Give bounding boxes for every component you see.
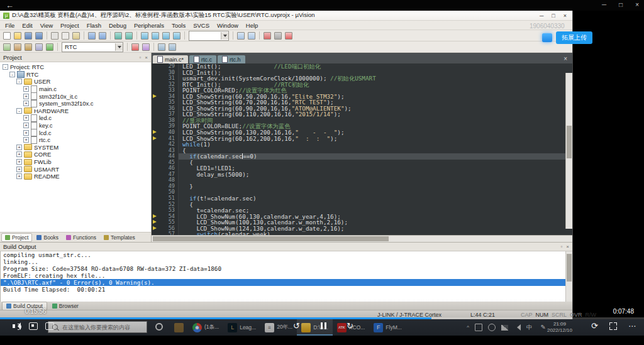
panel-tab-project[interactable]: Project [1, 233, 32, 242]
build-output-line[interactable]: linking... [1, 258, 572, 265]
flag2-button[interactable] [130, 42, 140, 52]
menu-tools[interactable]: Tools [168, 22, 189, 29]
taskbar-app-briefcase[interactable] [170, 319, 188, 336]
opts-button[interactable] [273, 31, 283, 40]
screenshot-icon[interactable] [45, 322, 54, 330]
translate-button[interactable] [2, 42, 12, 52]
volume-icon[interactable] [13, 322, 21, 330]
navfwd-button[interactable] [124, 31, 134, 40]
code-line[interactable]: 42while(1) [152, 141, 566, 148]
win1-button[interactable] [157, 42, 167, 52]
panel-tab-templates[interactable]: Templates [101, 234, 138, 241]
menu-svcs[interactable]: SVCS [189, 22, 213, 29]
network-icon[interactable] [501, 325, 508, 331]
taskbar-app-flymcu[interactable]: FFlyM... [369, 319, 406, 336]
scrollbar-thumb[interactable] [567, 126, 572, 158]
tree-item-rtc-c[interactable]: +rtc.c [0, 136, 151, 144]
tree-item-main-c[interactable]: +main.c [0, 85, 151, 93]
scrollbar-thumb[interactable] [567, 254, 572, 282]
start-button[interactable] [262, 31, 272, 40]
volume-tray-icon[interactable] [514, 324, 521, 331]
code-line[interactable]: 47 delay_ms(5000); [152, 172, 566, 178]
expand-icon[interactable]: + [23, 94, 29, 99]
panel-tab-functions[interactable]: Functions [63, 234, 99, 241]
menu-window[interactable]: Window [213, 22, 242, 29]
tree-item-project-rtc[interactable]: -Project: RTC [0, 63, 151, 71]
uvision-maximize-icon[interactable]: □ [552, 13, 555, 19]
menu-debug[interactable]: Debug [105, 22, 130, 29]
tree-item-key-c[interactable]: +key.c [0, 122, 151, 129]
expand-icon[interactable]: + [23, 86, 29, 92]
player-maximize-icon[interactable]: □ [619, 0, 623, 10]
fullscreen-icon[interactable] [609, 322, 617, 330]
tray-icon[interactable] [488, 324, 496, 331]
redo-button[interactable] [97, 31, 108, 40]
paste-button[interactable] [71, 31, 81, 40]
player-close-icon[interactable]: × [635, 0, 639, 10]
build-output-line[interactable]: ".\OBJ\RTC.axf" - 0 Error(s), 0 Warning(… [1, 279, 572, 286]
load-button[interactable] [45, 42, 55, 52]
editor-tab-mainc[interactable]: main.c* [153, 55, 188, 63]
menu-help[interactable]: Help [242, 22, 262, 29]
menu-project[interactable]: Project [57, 22, 83, 29]
expand-icon[interactable]: + [16, 167, 22, 172]
open-button[interactable] [13, 31, 23, 40]
tree-item-rtc[interactable]: -RTC [0, 71, 151, 79]
close-icon[interactable]: × [145, 55, 148, 60]
build-output-line[interactable]: FromELF: creating hex file... [1, 272, 572, 279]
uvision-close-icon[interactable]: × [564, 13, 567, 19]
taskbar-app-chrome[interactable]: (1条... [188, 319, 223, 336]
tree-item-system-stm32f10x-c[interactable]: +system_stm32f10x.c [0, 100, 151, 107]
menu-flash[interactable]: Flash [83, 22, 105, 29]
editor-vertical-scrollbar[interactable] [565, 73, 572, 229]
ime-indicator[interactable]: 中 [526, 324, 532, 332]
find-combobox[interactable] [189, 31, 229, 41]
scrollbar-thumb[interactable] [153, 236, 389, 241]
code-area[interactable]: 29LED_Init(); //LED端口初始化30LCD_Init();31u… [152, 63, 572, 235]
win2-button[interactable] [167, 42, 177, 52]
expand-icon[interactable]: + [23, 130, 29, 136]
code-line[interactable]: 48 [152, 177, 566, 183]
tray-clock[interactable]: 21:09 2022/12/10 [545, 321, 575, 334]
forward-10-icon[interactable]: ↻ [347, 321, 353, 331]
save-button[interactable] [23, 31, 33, 40]
menu-peripherals[interactable]: Peripherals [130, 22, 168, 29]
editor-close-icon[interactable]: × [560, 55, 571, 63]
pause-icon[interactable] [321, 322, 326, 329]
uvision-minimize-icon[interactable]: ─ [540, 13, 543, 19]
undo-button[interactable] [87, 31, 97, 40]
code-line[interactable]: 49 } [152, 183, 566, 190]
player-minimize-icon[interactable]: ─ [602, 0, 606, 10]
collapse-icon[interactable]: - [9, 72, 15, 77]
tree-item-readme[interactable]: +README [0, 173, 151, 180]
pin-icon[interactable]: ▫ [560, 244, 562, 249]
close-icon[interactable]: × [566, 244, 569, 249]
code-line[interactable]: 51 if(t!=calendar.sec) [152, 195, 566, 202]
code-line[interactable]: 37LCD_ShowString(60,110,200,16,16,"2015/… [152, 111, 566, 118]
build-output-line[interactable]: compiling usmart_str.c... [1, 251, 572, 258]
tree-item-led-c[interactable]: +led.c [0, 114, 151, 122]
build-button[interactable] [13, 42, 23, 52]
rewind-10-icon[interactable]: ↺ [293, 321, 300, 331]
target-select[interactable]: RTC [62, 42, 123, 52]
wand-button[interactable] [141, 42, 151, 52]
expand-icon[interactable]: + [23, 123, 29, 128]
expand-upload-button[interactable]: 拓展上传 [556, 31, 592, 44]
cast-icon[interactable] [542, 33, 552, 42]
navback-button[interactable] [113, 31, 123, 40]
tree-item-stm32f10x-it-c[interactable]: +stm32f10x_it.c [0, 92, 151, 100]
tree-item-user[interactable]: -USER [0, 78, 151, 85]
pin-icon[interactable]: ▫ [139, 55, 141, 60]
hidden-icons-chevron-icon[interactable]: ^ [467, 324, 469, 330]
flag-button[interactable] [284, 31, 294, 40]
taskbar-search[interactable] [48, 321, 147, 333]
bm-button[interactable] [140, 31, 150, 40]
expand-icon[interactable]: + [23, 137, 29, 143]
expand-icon[interactable]: + [23, 115, 29, 121]
menu-file[interactable]: File [1, 22, 18, 29]
find-button[interactable] [236, 31, 246, 40]
tree-item-lcd-c[interactable]: +lcd.c [0, 129, 151, 136]
back-icon[interactable]: ← [6, 0, 14, 11]
bmnext-button[interactable] [161, 31, 171, 40]
tree-item-fwlib[interactable]: +FWLib [0, 158, 151, 166]
